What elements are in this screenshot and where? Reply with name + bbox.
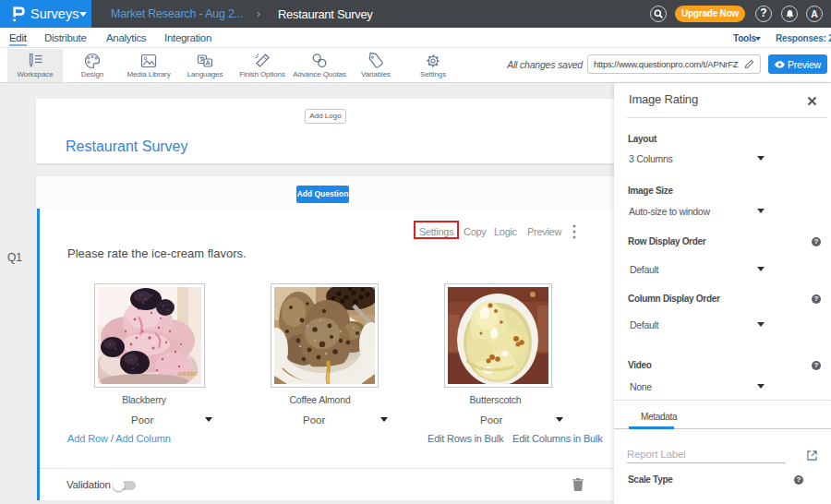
svg-text:wicked: wicked bbox=[178, 370, 199, 377]
